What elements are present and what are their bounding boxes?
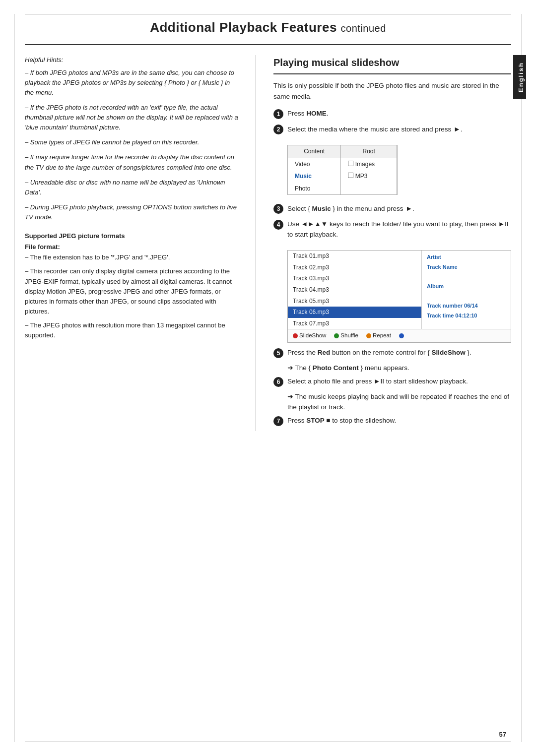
hint-6: – During JPEG photo playback, pressing O… [25,202,238,222]
track-info-col: Artist Track Name Album Track number 06/… [421,251,511,329]
supported-section: Supported JPEG picture formats File form… [25,231,238,340]
left-column: Helpful Hints: – If both JPEG photos and… [25,55,238,431]
right-column: English Playing musical slideshow This i… [273,55,511,431]
media-table: Content Root Video Images Music M [288,145,397,194]
album-label: Album [427,282,506,291]
page-number: 57 [499,731,506,738]
step-6-content: Select a photo file and press ►II to sta… [287,377,511,387]
step-7-content: Press STOP ■ to stop the slideshow. [287,416,511,426]
track-number-label: Track number 06/14 [427,302,506,310]
file-hint-1: – The file extension has to be '*.JPG' a… [25,252,238,262]
media-content-video: Video [288,158,341,170]
track-time-label: Track time 04:12:10 [427,312,506,320]
media-content-music: Music [288,170,341,183]
shuffle-indicator: Shuffle [334,331,358,340]
red-dot [293,333,298,338]
slideshow-indicator: SlideShow [293,331,326,340]
page-title: Additional Playback Features continued [55,20,481,35]
page-border-right [522,14,522,742]
step-5-sub: ➜ The { Photo Content } menu appears. [287,363,511,374]
track-04: Track 04.mp3 [288,284,421,296]
supported-title: Supported JPEG picture formats [25,231,238,241]
step-5: 5 Press the Red button on the remote con… [273,348,511,358]
step-6-sub: ➜ The music keeps playing back and will … [287,392,511,413]
page-border-left [14,14,14,742]
hint-2: – If the JPEG photo is not recorded with… [25,103,238,132]
media-root-photo [341,183,397,195]
track-name-label: Track Name [427,263,506,271]
artist-label: Artist [427,253,506,261]
track-05: Track 05.mp3 [288,296,421,307]
track-07: Track 07.mp3 [288,318,421,329]
media-root-mp3: MP3 [341,170,397,183]
checkbox-mp3 [348,173,353,178]
table-row: Photo [288,183,397,195]
repeat-indicator: Repeat [366,331,391,340]
track-02: Track 02.mp3 [288,262,421,273]
track-01: Track 01.mp3 [288,251,421,262]
step-1-content: Press HOME. [287,109,511,119]
media-root-images: Images [341,158,397,170]
section-title: Playing musical slideshow [273,55,511,74]
file-hint-3: – The JPEG photos with resolution more t… [25,320,238,340]
media-table-header-content: Content [288,145,341,158]
step-2-content: Select the media where the music are sto… [287,124,511,135]
step-3: 3 Select { Music } in the menu and press… [273,203,511,214]
media-table-wrap: Content Root Video Images Music M [287,145,398,195]
blue-dot [399,333,404,338]
track-table: Track 01.mp3 Artist Track Name Album Tra… [288,251,511,329]
hint-4: – It may require longer time for the rec… [25,152,238,172]
track-03: Track 03.mp3 [288,273,421,284]
step-4-content: Use ◄►▲▼ keys to reach the folder/ file … [287,219,511,240]
media-table-header-root: Root [341,145,397,158]
step-1-num: 1 [273,109,283,119]
step-2-num: 2 [273,125,283,134]
helpful-hints-title: Helpful Hints: [25,55,238,65]
main-content: Helpful Hints: – If both JPEG photos and… [0,45,536,446]
step-7: 7 Press STOP ■ to stop the slideshow. [273,416,511,426]
step-3-num: 3 [273,204,283,214]
track-06: Track 06.mp3 [288,307,421,318]
step-4-num: 4 [273,220,283,230]
page-border-top [25,14,511,14]
media-content-photo: Photo [288,183,341,195]
green-dot [334,333,339,338]
track-table-wrap: Track 01.mp3 Artist Track Name Album Tra… [287,250,511,343]
table-row: Track 01.mp3 Artist Track Name Album Tra… [288,251,511,262]
track-table-bottom: SlideShow Shuffle Repeat [288,329,511,342]
hint-1: – If both JPEG photos and MP3s are in th… [25,68,238,98]
extra-indicator [399,331,405,340]
step-7-num: 7 [273,416,283,426]
column-divider [256,55,256,431]
english-tab: English [513,55,526,99]
checkbox-images [348,161,353,166]
hint-3: – Some types of JPEG file cannot be play… [25,137,238,147]
step-5-content: Press the Red button on the remote contr… [287,348,511,358]
step-6: 6 Select a photo file and press ►II to s… [273,377,511,387]
file-hint-2: – This recorder can only display digital… [25,266,238,316]
step-1: 1 Press HOME. [273,109,511,119]
hint-5: – Unreadable disc or disc with no name w… [25,178,238,197]
table-row: Music MP3 [288,170,397,183]
step-3-content: Select { Music } in the menu and press ►… [287,203,511,214]
intro-text: This is only possible if both the JPEG p… [273,80,511,102]
step-2: 2 Select the media where the music are s… [273,124,511,135]
file-format-title: File format: [25,242,238,252]
page-header: Additional Playback Features continued [25,0,511,45]
page-border-bottom [25,742,511,742]
step-6-num: 6 [273,377,283,387]
orange-dot [366,333,371,338]
step-5-num: 5 [273,348,283,358]
table-row: Video Images [288,158,397,170]
step-4: 4 Use ◄►▲▼ keys to reach the folder/ fil… [273,219,511,240]
